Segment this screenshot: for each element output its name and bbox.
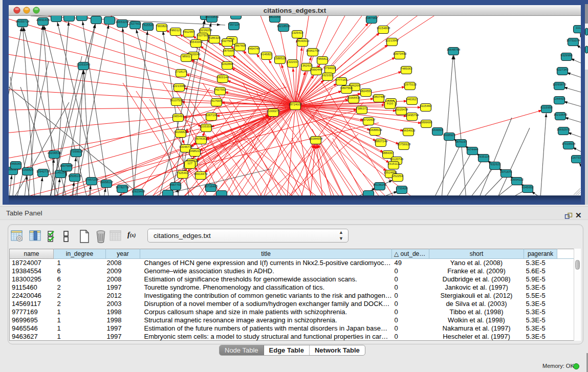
svg-text:252254: 252254 <box>393 174 403 178</box>
svg-text:7386372: 7386372 <box>356 107 368 110</box>
svg-text:10654112: 10654112 <box>510 178 524 181</box>
svg-text:17359924: 17359924 <box>70 150 83 153</box>
svg-text:9110: 9110 <box>387 102 394 105</box>
svg-text:3875685: 3875685 <box>223 49 235 52</box>
svg-text:16782759: 16782759 <box>116 186 129 189</box>
svg-text:19975887: 19975887 <box>60 164 74 167</box>
svg-text:7515526: 7515526 <box>142 24 154 27</box>
svg-text:18724007: 18724007 <box>289 103 302 106</box>
svg-text:8427552: 8427552 <box>214 88 226 91</box>
svg-text:9115460: 9115460 <box>420 104 432 107</box>
svg-text:1322037: 1322037 <box>287 60 299 63</box>
svg-text:12505135: 12505135 <box>68 174 82 178</box>
svg-text:16107553: 16107553 <box>170 99 184 102</box>
svg-text:1621022: 1621022 <box>321 74 334 77</box>
svg-text:6734028: 6734028 <box>324 67 336 70</box>
svg-text:127: 127 <box>187 162 193 165</box>
svg-text:8471676: 8471676 <box>500 170 512 173</box>
svg-text:2718176: 2718176 <box>175 70 187 73</box>
svg-text:417006: 417006 <box>211 99 222 102</box>
svg-text:9777169: 9777169 <box>335 78 347 81</box>
svg-text:13226058: 13226058 <box>199 29 212 32</box>
svg-text:8186328: 8186328 <box>208 36 221 39</box>
svg-text:3498222: 3498222 <box>189 149 201 152</box>
svg-text:9474444: 9474444 <box>466 148 478 151</box>
svg-text:13524851: 13524851 <box>384 171 398 174</box>
svg-text:12923468: 12923468 <box>132 190 145 193</box>
svg-text:9657791: 9657791 <box>169 183 182 186</box>
svg-text:10756928: 10756928 <box>397 143 411 146</box>
svg-text:16543362: 16543362 <box>189 40 203 43</box>
svg-text:9227343: 9227343 <box>556 68 569 71</box>
svg-text:19958117: 19958117 <box>100 181 114 184</box>
svg-text:1527602: 1527602 <box>129 22 141 25</box>
svg-text:2935114: 2935114 <box>478 155 490 158</box>
svg-text:1588520: 1588520 <box>274 57 286 60</box>
svg-text:10688609: 10688609 <box>368 128 382 132</box>
svg-text:9884067: 9884067 <box>382 151 394 155</box>
svg-text:15716485: 15716485 <box>204 185 218 188</box>
svg-text:21053346: 21053346 <box>77 63 91 66</box>
svg-text:6897568: 6897568 <box>340 86 353 90</box>
svg-text:15692971: 15692971 <box>557 128 571 131</box>
svg-text:98901: 98901 <box>182 55 191 58</box>
svg-text:10653267: 10653267 <box>116 20 129 24</box>
svg-text:13495794: 13495794 <box>405 114 419 117</box>
svg-text:9245652: 9245652 <box>521 186 534 189</box>
svg-text:15751074: 15751074 <box>567 39 580 42</box>
svg-text:6879197: 6879197 <box>455 140 467 143</box>
svg-text:3824554: 3824554 <box>360 90 372 93</box>
svg-text:20691406: 20691406 <box>36 18 50 21</box>
svg-text:2087682: 2087682 <box>365 16 378 19</box>
svg-text:7357224: 7357224 <box>228 23 240 26</box>
svg-text:17957255: 17957255 <box>85 178 99 181</box>
svg-text:10973493: 10973493 <box>393 52 407 55</box>
svg-text:4465061: 4465061 <box>10 162 22 165</box>
svg-text:18640910: 18640910 <box>296 39 310 42</box>
svg-text:16914479: 16914479 <box>194 172 208 176</box>
svg-text:16648784: 16648784 <box>447 48 461 51</box>
svg-text:1965493: 1965493 <box>172 115 184 118</box>
svg-text:7485063: 7485063 <box>400 67 412 70</box>
svg-text:1325419: 1325419 <box>291 31 303 34</box>
svg-text:17016504: 17016504 <box>562 142 576 145</box>
svg-text:9146821: 9146821 <box>260 53 273 56</box>
svg-text:citations_edges.txt: citations_edges.txt <box>264 7 326 14</box>
svg-text:16210643: 16210643 <box>554 113 568 116</box>
svg-text:20206535: 20206535 <box>48 151 61 155</box>
svg-text:8215958: 8215958 <box>540 106 553 109</box>
svg-text:1244415: 1244415 <box>553 97 565 100</box>
svg-text:7663822: 7663822 <box>156 25 168 28</box>
svg-text:12975115: 12975115 <box>403 83 417 86</box>
svg-text:1615112: 1615112 <box>388 162 400 165</box>
svg-text:20364436: 20364436 <box>347 96 361 99</box>
svg-text:10807487: 10807487 <box>372 95 386 98</box>
svg-text:8938923: 8938923 <box>443 134 455 137</box>
svg-text:8912954: 8912954 <box>183 30 195 33</box>
svg-text:7625402: 7625402 <box>177 171 189 174</box>
svg-text:18807249: 18807249 <box>374 140 388 143</box>
svg-text:12213967: 12213967 <box>385 39 399 42</box>
svg-text:6899695: 6899695 <box>420 121 432 124</box>
svg-text:164093: 164093 <box>432 128 443 132</box>
svg-text:16154808: 16154808 <box>377 27 390 30</box>
svg-text:12213383: 12213383 <box>172 84 186 87</box>
svg-text:7632621: 7632621 <box>489 163 501 166</box>
svg-text:9463627: 9463627 <box>406 98 418 101</box>
svg-text:19166825: 19166825 <box>174 130 188 134</box>
svg-text:2867608: 2867608 <box>234 44 246 47</box>
svg-text:10120746: 10120746 <box>390 158 404 161</box>
svg-text:19654923: 19654923 <box>402 129 416 132</box>
svg-text:2803144: 2803144 <box>216 76 229 79</box>
svg-text:9327508: 9327508 <box>221 39 233 42</box>
svg-text:15720407: 15720407 <box>362 118 376 121</box>
svg-text:14136141: 14136141 <box>373 183 387 186</box>
svg-text:12093873: 12093873 <box>553 83 567 86</box>
svg-text:24055714: 24055714 <box>16 20 30 23</box>
svg-text:19384554: 19384554 <box>309 137 323 140</box>
svg-text:8454749: 8454749 <box>248 47 260 50</box>
svg-text:9329966: 9329966 <box>560 54 573 57</box>
svg-text:16961758: 16961758 <box>306 49 320 52</box>
svg-text:3267130: 3267130 <box>205 114 217 117</box>
svg-text:10025438: 10025438 <box>395 108 408 111</box>
